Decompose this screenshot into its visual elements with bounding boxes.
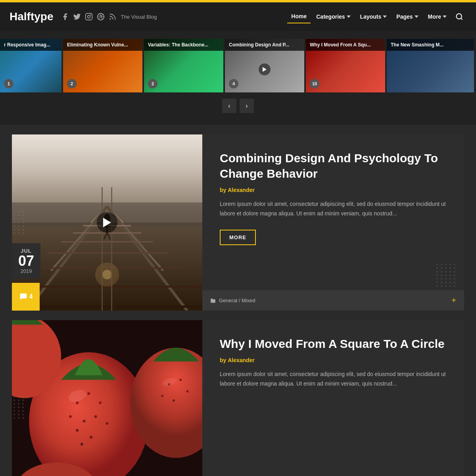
slider-item[interactable]: The New Smashing M...: [387, 39, 474, 92]
article-title-2: Why I Moved From A Square To A Circle: [220, 336, 448, 351]
article-excerpt-2: Lorem ipsum dolor sit amet, consectetur …: [220, 370, 448, 389]
comment-icon: [19, 292, 28, 301]
dribbble-icon[interactable]: [97, 13, 105, 21]
instagram-icon[interactable]: [85, 13, 93, 21]
svg-marker-33: [103, 218, 111, 227]
dots-pattern-left: for(let i=0;i<35;i++) document.write('<s…: [12, 211, 25, 234]
slider-next-button[interactable]: ›: [240, 99, 254, 113]
site-header: Halftype The Visual Blog Home: [0, 2, 476, 31]
play-button-large[interactable]: [97, 212, 117, 233]
svg-point-37: [87, 392, 90, 395]
nav-categories[interactable]: Categories: [312, 10, 354, 23]
play-button-small[interactable]: [259, 63, 271, 75]
article-author-name[interactable]: Alexander: [228, 187, 255, 193]
twitter-icon[interactable]: [73, 13, 81, 21]
slider-item[interactable]: Variables: The Backbone... 2: [144, 39, 223, 92]
svg-point-42: [106, 422, 109, 425]
dots-pattern-right: for(let i=0;i<35;i++) document.write('<s…: [436, 264, 456, 287]
slider-item-title: Why I Moved From A Squ...: [306, 39, 385, 51]
svg-point-44: [90, 436, 92, 439]
expand-button[interactable]: +: [451, 296, 456, 305]
site-tagline: The Visual Blog: [121, 14, 157, 20]
facebook-icon[interactable]: [61, 13, 69, 21]
chevron-down-icon: [347, 15, 351, 19]
svg-point-45: [81, 443, 83, 445]
more-button[interactable]: MORE: [220, 230, 256, 245]
svg-marker-7: [263, 67, 267, 72]
article-card-2: for(let i=0;i<35;i++) document.write('<s…: [12, 320, 464, 476]
slider-track: r Responsive Imag... 1 Eliminating Known…: [0, 39, 476, 92]
folder-icon: [210, 298, 216, 303]
chevron-down-icon: [383, 15, 387, 19]
social-icons-group: [61, 13, 117, 21]
svg-point-4: [110, 18, 111, 19]
article-date: JUL 07 2019: [12, 243, 40, 279]
slider-comment-badge: 10: [310, 79, 319, 88]
nav-more[interactable]: More: [424, 10, 451, 23]
slider-prev-button[interactable]: ‹: [222, 99, 236, 113]
slider-comment-badge: 4: [229, 79, 238, 88]
article-footer: General / Mixed +: [202, 290, 464, 311]
slider-item-title: Combining Design And P...: [225, 39, 304, 51]
article-day: 07: [18, 254, 34, 268]
article-info-2: Why I Moved From A Square To A Circle by…: [202, 320, 464, 476]
nav-home[interactable]: Home: [287, 10, 311, 23]
svg-point-49: [186, 390, 189, 393]
slider-item[interactable]: Eliminating Known Vulne... 2: [63, 39, 142, 92]
article-featured-image[interactable]: for(let i=0;i<35;i++) document.write('<s…: [12, 134, 202, 311]
site-logo[interactable]: Halftype: [10, 10, 53, 23]
slider-item-title: The New Smashing M...: [387, 39, 474, 51]
article-year: 2019: [18, 268, 34, 274]
article-excerpt: Lorem ipsum dolor sit amet, consectetur …: [220, 200, 448, 219]
slider-comment-badge: 2: [148, 79, 157, 88]
article-comment-badge[interactable]: 4: [12, 283, 40, 311]
svg-point-40: [83, 420, 86, 422]
svg-point-51: [173, 399, 175, 402]
svg-point-50: [161, 395, 163, 397]
svg-point-36: [76, 401, 79, 404]
slider-item-title: Eliminating Known Vulne...: [63, 39, 142, 51]
slider-item[interactable]: r Responsive Imag... 1: [0, 39, 61, 92]
svg-rect-0: [86, 13, 92, 20]
slider-item-title: Variables: The Backbone...: [144, 39, 223, 51]
chevron-down-icon: [443, 15, 447, 19]
svg-point-5: [457, 14, 462, 19]
svg-point-48: [179, 379, 182, 381]
search-icon: [455, 13, 463, 21]
rss-icon[interactable]: [109, 13, 117, 21]
featured-slider: r Responsive Imag... 1 Eliminating Known…: [0, 31, 476, 125]
article-author: by Alexander: [220, 187, 448, 193]
main-nav: Home Categories Layouts Pages More: [287, 10, 466, 24]
article-featured-image-2[interactable]: for(let i=0;i<35;i++) document.write('<s…: [12, 320, 202, 476]
slider-comment-badge: 1: [4, 79, 13, 88]
slider-controls: ‹ ›: [0, 99, 476, 113]
svg-point-43: [76, 429, 79, 432]
dots-pattern-left-2: for(let i=0;i<35;i++) document.write('<s…: [12, 396, 25, 419]
article-author-2: by Alexander: [220, 357, 448, 363]
svg-point-32: [102, 270, 112, 279]
nav-pages[interactable]: Pages: [392, 10, 422, 23]
article-title: Combining Design And Psychology To Chang…: [220, 150, 448, 181]
strawberry-svg: [12, 320, 202, 476]
nav-layouts[interactable]: Layouts: [356, 10, 391, 23]
article-info: Combining Design And Psychology To Chang…: [202, 134, 464, 311]
slider-item[interactable]: Combining Design And P... 4: [225, 39, 304, 92]
svg-point-1: [88, 15, 90, 18]
svg-point-39: [69, 415, 72, 418]
chevron-down-icon: [415, 15, 418, 19]
svg-point-41: [94, 415, 97, 418]
svg-point-38: [99, 401, 102, 404]
search-button[interactable]: [452, 10, 466, 24]
svg-point-2: [90, 14, 92, 15]
slider-item[interactable]: Why I Moved From A Squ... 10: [306, 39, 385, 92]
play-icon: [103, 218, 111, 227]
svg-line-6: [461, 18, 463, 20]
article-category: General / Mixed: [210, 298, 255, 303]
article-author-name-2[interactable]: Alexander: [228, 357, 255, 363]
slider-comment-badge: 2: [67, 79, 77, 88]
main-content: JUL 07 2019 4 for(let i=0;i<35;i++) docu…: [0, 125, 476, 476]
slider-item-title: r Responsive Imag...: [0, 39, 61, 51]
article-card-1: JUL 07 2019 4 for(let i=0;i<35;i++) docu…: [12, 134, 464, 311]
